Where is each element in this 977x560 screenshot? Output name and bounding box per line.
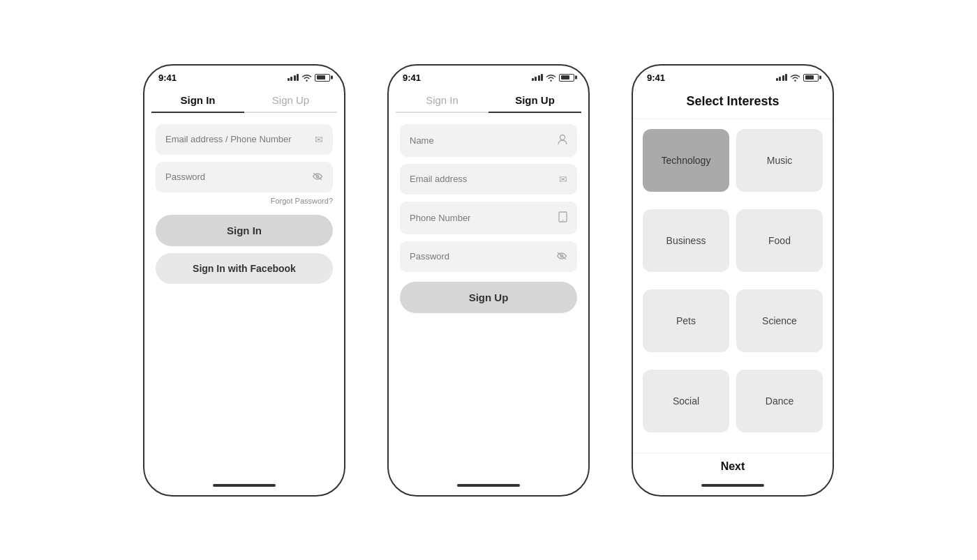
- signup-button[interactable]: Sign Up: [400, 282, 577, 313]
- interests-header: Select Interests: [633, 87, 833, 119]
- status-icons-1: [288, 74, 331, 82]
- interest-science[interactable]: Science: [736, 289, 823, 352]
- phone-signup: 9:41 Sign In Sign Up Name: [387, 64, 590, 497]
- password-label-2: Password: [410, 251, 449, 262]
- email-phone-field[interactable]: Email address / Phone Number ✉: [156, 124, 333, 155]
- form-signin: Email address / Phone Number ✉ Password …: [144, 113, 344, 476]
- email-label: Email address: [410, 174, 467, 184]
- svg-point-3: [562, 220, 564, 221]
- status-time-3: 9:41: [647, 73, 665, 83]
- status-time-1: 9:41: [158, 73, 177, 83]
- phone-icon: [558, 211, 567, 225]
- status-bar-1: 9:41: [144, 66, 344, 87]
- interest-social[interactable]: Social: [643, 370, 729, 432]
- password-label-1: Password: [165, 172, 205, 182]
- interest-business[interactable]: Business: [643, 209, 729, 272]
- tabs-1: Sign In Sign Up: [144, 87, 344, 113]
- email-field[interactable]: Email address ✉: [400, 164, 577, 195]
- home-indicator-1: [144, 476, 344, 495]
- email-icon: ✉: [315, 134, 323, 145]
- phone-interests: 9:41 Select Interests Technology Music B…: [632, 64, 834, 497]
- battery-icon-1: [315, 74, 330, 82]
- phone-signin: 9:41 Sign In Sign Up Email address / Pho…: [143, 64, 345, 497]
- tab-signup-1[interactable]: Sign Up: [244, 87, 337, 113]
- tab-signin-1[interactable]: Sign In: [151, 87, 244, 113]
- battery-icon-3: [803, 74, 819, 82]
- status-time-2: 9:41: [403, 73, 421, 83]
- phone-field[interactable]: Phone Number: [400, 202, 577, 234]
- signal-icon-3: [776, 74, 788, 81]
- signal-icon-2: [532, 74, 544, 81]
- form-signup: Name Email address ✉ Phone Number Pass: [389, 113, 588, 476]
- eye-icon-2: [556, 251, 567, 262]
- wifi-icon-3: [790, 74, 800, 82]
- tab-signup-2[interactable]: Sign Up: [488, 87, 581, 113]
- signal-icon-1: [288, 74, 299, 81]
- person-icon: [558, 134, 567, 147]
- tabs-2: Sign In Sign Up: [389, 87, 588, 113]
- email-phone-label: Email address / Phone Number: [165, 134, 292, 144]
- home-indicator-3: [633, 476, 833, 495]
- wifi-icon-1: [301, 74, 312, 82]
- facebook-signin-button[interactable]: Sign In with Facebook: [156, 253, 333, 284]
- name-field[interactable]: Name: [400, 124, 577, 157]
- interest-music[interactable]: Music: [736, 129, 823, 192]
- status-bar-3: 9:41: [633, 66, 833, 87]
- next-button[interactable]: Next: [633, 453, 833, 476]
- email-icon-2: ✉: [559, 174, 567, 185]
- tab-signin-2[interactable]: Sign In: [396, 87, 488, 113]
- name-label: Name: [410, 135, 434, 146]
- interest-dance[interactable]: Dance: [736, 370, 823, 432]
- status-bar-2: 9:41: [389, 66, 588, 87]
- status-icons-3: [776, 74, 819, 82]
- interest-food[interactable]: Food: [736, 209, 823, 272]
- battery-icon-2: [559, 74, 574, 82]
- phone-label: Phone Number: [410, 213, 470, 223]
- status-icons-2: [532, 74, 575, 82]
- eye-icon-1: [312, 172, 323, 183]
- password-field-2[interactable]: Password: [400, 241, 577, 272]
- password-field-1[interactable]: Password: [156, 162, 333, 192]
- interest-technology[interactable]: Technology: [643, 129, 729, 192]
- home-indicator-2: [389, 476, 588, 495]
- forgot-password-link[interactable]: Forgot Password?: [156, 197, 333, 205]
- wifi-icon-2: [546, 74, 556, 82]
- interests-grid: Technology Music Business Food Pets Scie…: [633, 119, 833, 453]
- signin-button[interactable]: Sign In: [156, 215, 333, 246]
- interest-pets[interactable]: Pets: [643, 289, 729, 352]
- svg-point-2: [560, 135, 565, 139]
